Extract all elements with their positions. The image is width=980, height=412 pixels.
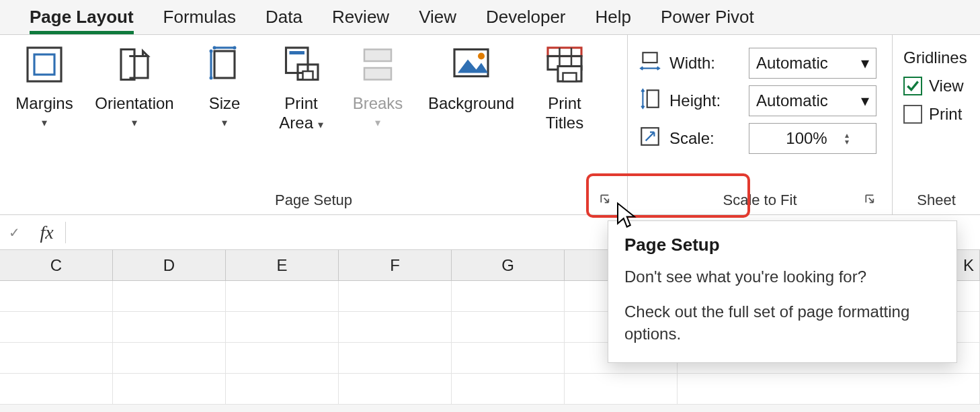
scale-label: Scale: xyxy=(669,129,743,148)
print-area-button[interactable]: Print Area ▾ xyxy=(268,44,335,133)
orientation-button[interactable]: Orientation ▾ xyxy=(87,44,181,129)
svg-point-6 xyxy=(233,46,237,50)
fx-label[interactable]: fx xyxy=(28,222,66,243)
tooltip-page-setup: Page Setup Don't see what you're looking… xyxy=(608,220,957,363)
page-setup-launcher[interactable] xyxy=(599,193,614,208)
svg-rect-18 xyxy=(548,48,581,56)
group-page-setup: Margins ▾ Orientation ▾ Size ▾ xyxy=(0,35,628,214)
gridlines-heading: Gridlines xyxy=(903,48,969,67)
tooltip-title: Page Setup xyxy=(624,235,940,255)
column-header[interactable]: G xyxy=(452,250,565,280)
print-checkbox[interactable]: Print xyxy=(903,105,969,124)
confirm-icon[interactable]: ✓ xyxy=(0,224,28,241)
print-titles-label-2: Titles xyxy=(546,114,583,133)
svg-point-5 xyxy=(213,46,216,50)
svg-marker-16 xyxy=(458,60,488,73)
height-label: Height: xyxy=(669,91,743,110)
tab-view[interactable]: View xyxy=(419,7,456,34)
print-area-icon xyxy=(281,44,321,85)
print-titles-button[interactable]: Print Titles xyxy=(531,44,598,133)
group-title-sheet: Sheet xyxy=(903,192,969,209)
margins-button[interactable]: Margins ▾ xyxy=(11,44,78,129)
size-icon xyxy=(204,44,245,85)
scale-icon xyxy=(639,125,664,152)
ribbon-tabs: Page Layout Formulas Data Review View De… xyxy=(0,0,980,35)
margins-icon xyxy=(24,44,65,85)
print-titles-label-1: Print xyxy=(548,94,581,114)
breaks-icon xyxy=(358,44,398,85)
size-label: Size xyxy=(209,94,241,114)
background-icon xyxy=(451,44,491,85)
column-header[interactable]: E xyxy=(226,250,339,280)
tab-formulas[interactable]: Formulas xyxy=(163,7,236,34)
column-header[interactable]: F xyxy=(339,250,452,280)
chevron-down-icon: ▾ xyxy=(132,116,137,129)
svg-point-17 xyxy=(478,53,485,60)
tab-power-pivot[interactable]: Power Pivot xyxy=(661,7,754,34)
print-titles-icon xyxy=(544,44,585,85)
svg-rect-25 xyxy=(647,90,659,108)
svg-point-8 xyxy=(210,77,213,80)
svg-rect-0 xyxy=(28,48,61,81)
print-area-label-1: Print xyxy=(284,94,317,114)
tab-data[interactable]: Data xyxy=(266,7,302,34)
orientation-icon xyxy=(114,44,155,85)
group-title-scale-to-fit: Scale to Fit xyxy=(639,192,881,209)
svg-rect-24 xyxy=(643,52,657,63)
background-label: Background xyxy=(428,94,514,114)
width-label: Width: xyxy=(669,54,743,73)
background-button[interactable]: Background xyxy=(421,44,522,114)
chevron-down-icon: ▾ xyxy=(861,91,869,110)
height-icon xyxy=(639,87,664,114)
group-title-page-setup: Page Setup xyxy=(11,192,616,209)
scale-spinner[interactable]: 100% ▴▾ xyxy=(749,123,876,154)
chevron-down-icon: ▾ xyxy=(375,116,380,129)
tooltip-line-2: Check out the full set of page formattin… xyxy=(624,301,940,345)
checkbox-checked-icon xyxy=(903,77,922,95)
checkbox-unchecked-icon xyxy=(903,105,922,124)
svg-point-7 xyxy=(210,50,213,53)
height-dropdown[interactable]: Automatic▾ xyxy=(749,85,876,116)
width-icon xyxy=(639,50,664,77)
tab-help[interactable]: Help xyxy=(596,7,631,34)
chevron-down-icon: ▾ xyxy=(222,116,227,129)
breaks-label: Breaks xyxy=(353,94,403,114)
scale-to-fit-launcher[interactable] xyxy=(864,193,879,208)
column-header[interactable]: D xyxy=(113,250,226,280)
chevron-down-icon: ▾ xyxy=(42,116,47,129)
tooltip-line-1: Don't see what you're looking for? xyxy=(624,266,940,288)
width-dropdown[interactable]: Automatic▾ xyxy=(749,48,876,79)
margins-label: Margins xyxy=(15,94,73,114)
ribbon: Margins ▾ Orientation ▾ Size ▾ xyxy=(0,35,980,215)
group-scale-to-fit: Width: Automatic▾ Height: Automatic▾ Sca… xyxy=(628,35,893,214)
svg-rect-23 xyxy=(563,73,577,82)
chevron-down-icon: ▾ xyxy=(318,119,323,130)
size-button[interactable]: Size ▾ xyxy=(191,44,258,129)
svg-rect-11 xyxy=(303,71,313,80)
breaks-button[interactable]: Breaks ▾ xyxy=(344,44,411,129)
column-header[interactable]: C xyxy=(0,250,113,280)
svg-rect-14 xyxy=(364,68,391,80)
svg-rect-13 xyxy=(364,50,391,62)
orientation-label: Orientation xyxy=(95,94,173,114)
chevron-down-icon: ▾ xyxy=(861,54,869,73)
svg-rect-12 xyxy=(290,51,305,54)
tab-review[interactable]: Review xyxy=(332,7,389,34)
svg-rect-2 xyxy=(214,51,235,78)
group-sheet-options: Gridlines View Print Sheet xyxy=(893,35,980,214)
view-checkbox[interactable]: View xyxy=(903,77,969,95)
svg-rect-1 xyxy=(34,54,54,75)
tab-page-layout[interactable]: Page Layout xyxy=(30,7,134,34)
tab-developer[interactable]: Developer xyxy=(486,7,566,34)
spinner-arrows-icon[interactable]: ▴▾ xyxy=(845,132,849,145)
